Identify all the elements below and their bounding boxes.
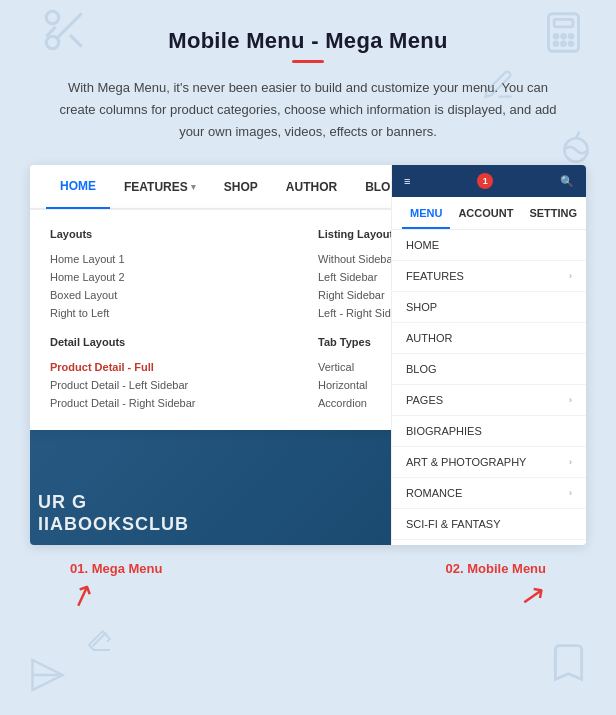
annotation-mobile-menu: 02. Mobile Menu ↗: [446, 561, 546, 610]
art-chevron: ›: [569, 457, 572, 467]
main-wrapper: Mobile Menu - Mega Menu With Mega Menu, …: [0, 0, 616, 715]
svg-line-14: [576, 132, 579, 139]
annotation-mega-label: 01. Mega Menu: [70, 561, 162, 576]
features-chevron: ›: [569, 271, 572, 281]
mobile-menu-list: HOME FEATURES› SHOP AUTHOR BLOG PAGES› B…: [392, 230, 586, 545]
svg-rect-6: [554, 19, 573, 27]
mobile-panel: ≡ 1 🔍 MENU ACCOUNT SETTING HOME FEATURES…: [391, 165, 586, 545]
layouts-title: Layouts: [50, 228, 298, 240]
mobile-item-author[interactable]: AUTHOR: [392, 323, 586, 354]
svg-point-0: [46, 11, 59, 24]
svg-point-13: [564, 138, 587, 161]
mega-col-layouts: Layouts Home Layout 1 Home Layout 2 Boxe…: [50, 228, 298, 412]
detail-layouts-title: Detail Layouts: [50, 336, 298, 348]
page-description: With Mega Menu, it's never been easier t…: [58, 77, 558, 143]
notification-badge: 1: [477, 173, 493, 189]
page-title: Mobile Menu - Mega Menu: [30, 28, 586, 54]
mobile-panel-header: ≡ 1 🔍: [392, 165, 586, 197]
annotations: 01. Mega Menu ↗ 02. Mobile Menu ↗: [30, 545, 586, 610]
mobile-item-home[interactable]: HOME: [392, 230, 586, 261]
link-home-layout-1[interactable]: Home Layout 1: [50, 250, 298, 268]
mobile-item-scifi[interactable]: SCI-FI & FANTASY: [392, 509, 586, 540]
annotation-mega-arrow: ↗: [66, 577, 100, 614]
link-product-detail-left[interactable]: Product Detail - Left Sidebar: [50, 376, 298, 394]
mobile-tab-account[interactable]: ACCOUNT: [450, 197, 521, 229]
mobile-item-literature[interactable]: LITERATURE & FICTION: [392, 540, 586, 545]
romance-chevron: ›: [569, 488, 572, 498]
svg-marker-15: [33, 660, 63, 690]
link-product-detail-full[interactable]: Product Detail - Full: [50, 358, 298, 376]
annotation-mobile-label: 02. Mobile Menu: [446, 561, 546, 576]
mobile-panel-logo: ≡: [404, 175, 410, 187]
mobile-tab-menu[interactable]: MENU: [402, 197, 450, 229]
annotation-mega-menu: 01. Mega Menu ↗: [70, 561, 162, 610]
link-home-layout-2[interactable]: Home Layout 2: [50, 268, 298, 286]
nav-item-home[interactable]: HOME: [46, 165, 110, 209]
mobile-item-romance[interactable]: ROMANCE›: [392, 478, 586, 509]
annotation-mobile-arrow: ↗: [519, 578, 549, 612]
features-arrow: ▾: [191, 182, 196, 192]
title-underline: [292, 60, 324, 63]
mobile-panel-tabs: MENU ACCOUNT SETTING: [392, 197, 586, 230]
mobile-item-pages[interactable]: PAGES›: [392, 385, 586, 416]
mobile-item-biographies[interactable]: BIOGRAPHIES: [392, 416, 586, 447]
demo-bg-text: UR GIIABOOKSCLUB: [38, 492, 189, 535]
link-boxed-layout[interactable]: Boxed Layout: [50, 286, 298, 304]
search-icon[interactable]: 🔍: [560, 175, 574, 188]
mobile-item-features[interactable]: FEATURES›: [392, 261, 586, 292]
mobile-item-art[interactable]: ART & PHOTOGRAPHY›: [392, 447, 586, 478]
mobile-item-blog[interactable]: BLOG: [392, 354, 586, 385]
mobile-tab-setting[interactable]: SETTING: [521, 197, 585, 229]
nav-item-shop[interactable]: SHOP: [210, 165, 272, 209]
svg-line-17: [93, 633, 107, 647]
nav-item-author[interactable]: AUTHOR: [272, 165, 351, 209]
demo-frame: HOME FEATURES ▾ SHOP AUTHOR BLOG PAGES ▾…: [30, 165, 586, 545]
link-right-to-left[interactable]: Right to Left: [50, 304, 298, 322]
pages-chevron: ›: [569, 395, 572, 405]
link-product-detail-right[interactable]: Product Detail - Right Sidebar: [50, 394, 298, 412]
mobile-item-shop[interactable]: SHOP: [392, 292, 586, 323]
nav-item-features[interactable]: FEATURES ▾: [110, 165, 210, 209]
